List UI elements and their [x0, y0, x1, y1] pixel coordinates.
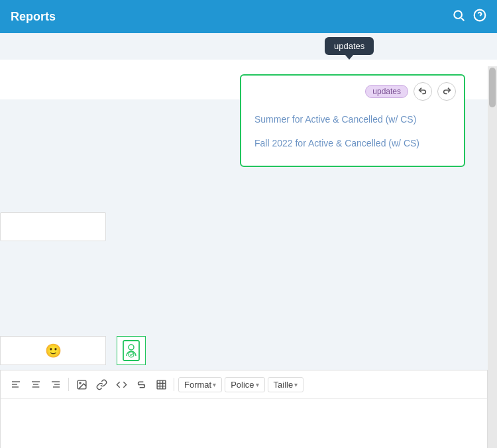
format-label: Format	[184, 380, 211, 390]
separator	[174, 378, 174, 391]
search-input-box[interactable]	[0, 212, 106, 241]
smiley-icon: 🙂	[45, 343, 62, 359]
svg-point-6	[129, 352, 134, 357]
icon-row: 🙂	[0, 336, 146, 365]
align-center-icon[interactable]	[27, 376, 44, 393]
dropdown-panel: updates Summer for Active & Cancelled (w…	[240, 74, 465, 167]
updates-badge: updates	[365, 85, 408, 98]
scrollbar-thumb[interactable]	[489, 68, 496, 107]
format-dropdown[interactable]: Format ▾	[178, 377, 222, 392]
align-left-icon[interactable]	[7, 376, 25, 393]
table-icon[interactable]	[152, 376, 170, 393]
taille-dropdown[interactable]: Taille ▾	[268, 377, 304, 392]
svg-point-5	[129, 345, 134, 350]
emoji-picker-area[interactable]: 🙂	[0, 336, 106, 365]
svg-point-0	[454, 11, 462, 19]
app-header: Reports	[0, 0, 497, 33]
person-icon-box[interactable]	[117, 336, 146, 365]
search-icon[interactable]	[452, 9, 465, 25]
list-item[interactable]: Fall 2022 for Active & Cancelled (w/ CS)	[241, 131, 464, 155]
dropdown-items: Summer for Active & Cancelled (w/ CS) Fa…	[241, 105, 464, 158]
help-icon[interactable]	[473, 9, 486, 25]
header-icons	[452, 9, 486, 25]
strikethrough-icon[interactable]	[133, 376, 150, 393]
editor-body[interactable]	[1, 399, 487, 448]
svg-point-17	[79, 382, 80, 383]
editor-toolbar: Format ▾ Police ▾ Taille ▾	[0, 370, 488, 448]
svg-rect-19	[157, 380, 166, 389]
image-icon[interactable]	[73, 376, 90, 393]
format-chevron: ▾	[213, 381, 216, 388]
taille-chevron: ▾	[294, 381, 298, 388]
updates-tooltip: updates	[325, 37, 374, 55]
forward-button[interactable]	[437, 82, 456, 101]
svg-line-1	[461, 18, 464, 21]
dropdown-header: updates	[241, 76, 464, 105]
list-item[interactable]: Summer for Active & Cancelled (w/ CS)	[241, 107, 464, 131]
align-right-icon[interactable]	[47, 376, 64, 393]
link-icon[interactable]	[93, 376, 110, 393]
police-dropdown[interactable]: Police ▾	[225, 377, 264, 392]
page-title: Reports	[11, 10, 56, 24]
code-icon[interactable]	[113, 376, 130, 393]
separator	[68, 378, 69, 391]
main-content: updates updates Summer for Active & Canc…	[0, 33, 497, 448]
police-chevron: ▾	[256, 381, 259, 388]
scrollbar[interactable]	[488, 66, 497, 448]
police-label: Police	[231, 380, 254, 390]
back-button[interactable]	[414, 82, 432, 101]
toolbar-top: Format ▾ Police ▾ Taille ▾	[1, 370, 487, 399]
taille-label: Taille	[274, 380, 294, 390]
